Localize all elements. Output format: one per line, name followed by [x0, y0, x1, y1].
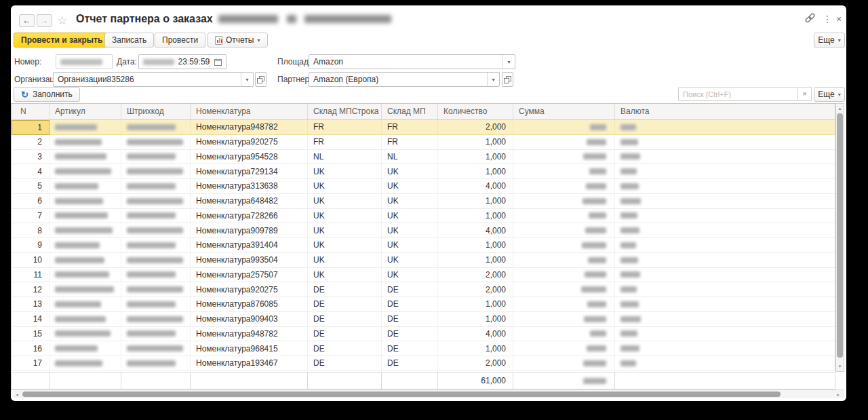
table-row[interactable]: 17Номенклатура193467DEDE2,000 [12, 356, 835, 371]
cell-barcode[interactable] [121, 194, 191, 209]
cell-nomenclature[interactable]: Номенклатура954528 [191, 150, 308, 165]
post-button[interactable]: Провести [155, 33, 205, 47]
cell-n[interactable]: 17 [12, 356, 50, 371]
cell-quantity[interactable]: 1,000 [438, 312, 513, 327]
cell-sum[interactable] [513, 164, 615, 179]
scroll-down-icon[interactable]: ▾ [836, 364, 844, 369]
cell-nomenclature[interactable]: Номенклатура257507 [191, 268, 308, 283]
cell-article[interactable] [50, 209, 121, 224]
cell-warehouse[interactable]: UK [382, 253, 438, 268]
cell-warehouse-row[interactable]: UK [308, 209, 382, 224]
search-clear-icon[interactable]: × [798, 87, 812, 101]
cell-n[interactable]: 16 [12, 341, 50, 356]
fill-button[interactable]: ↻ Заполнить [14, 87, 80, 102]
column-header-currency[interactable]: Валюта [615, 104, 835, 119]
calendar-icon[interactable] [210, 55, 226, 69]
cell-article[interactable] [50, 164, 121, 179]
cell-barcode[interactable] [121, 341, 191, 356]
cell-quantity[interactable]: 2,000 [438, 120, 513, 135]
cell-warehouse[interactable]: DE [382, 312, 438, 327]
reports-button[interactable]: Отчеты ▾ [208, 33, 268, 47]
cell-warehouse-row[interactable]: UK [308, 253, 382, 268]
cell-article[interactable] [50, 253, 121, 268]
cell-quantity[interactable]: 4,000 [438, 179, 513, 194]
cell-warehouse-row[interactable]: UK [308, 179, 382, 194]
column-header-sum[interactable]: Сумма [513, 104, 615, 119]
cell-nomenclature[interactable]: Номенклатура729134 [191, 164, 308, 179]
scroll-up-icon[interactable]: ▴ [836, 106, 844, 111]
cell-nomenclature[interactable]: Номенклатура728266 [191, 209, 308, 224]
cell-currency[interactable] [615, 135, 835, 150]
cell-barcode[interactable] [121, 253, 191, 268]
cell-currency[interactable] [615, 238, 835, 253]
cell-currency[interactable] [615, 268, 835, 283]
organization-open-icon[interactable] [255, 72, 267, 87]
cell-sum[interactable] [513, 312, 615, 327]
cell-n[interactable]: 15 [12, 327, 50, 342]
cell-nomenclature[interactable]: Номенклатура993504 [191, 253, 308, 268]
table-row[interactable]: 4Номенклатура729134UKUK1,000 [12, 164, 835, 179]
cell-article[interactable] [50, 194, 121, 209]
cell-article[interactable] [50, 135, 121, 150]
cell-article[interactable] [50, 282, 121, 297]
cell-currency[interactable] [615, 164, 835, 179]
cell-article[interactable] [50, 120, 121, 135]
cell-article[interactable] [50, 341, 121, 356]
cell-warehouse-row[interactable]: DE [308, 327, 382, 342]
cell-warehouse[interactable]: UK [382, 268, 438, 283]
cell-barcode[interactable] [121, 120, 191, 135]
cell-n[interactable]: 2 [12, 135, 50, 150]
cell-currency[interactable] [615, 297, 835, 312]
cell-barcode[interactable] [121, 164, 191, 179]
cell-warehouse[interactable]: DE [382, 341, 438, 356]
cell-currency[interactable] [615, 179, 835, 194]
cell-article[interactable] [50, 356, 121, 371]
cell-warehouse-row[interactable]: DE [308, 356, 382, 371]
cell-quantity[interactable]: 2,000 [438, 356, 513, 371]
table-row[interactable]: 8Номенклатура909789UKUK4,000 [12, 223, 835, 238]
cell-barcode[interactable] [121, 282, 191, 297]
cell-quantity[interactable]: 1,000 [438, 253, 513, 268]
table-row[interactable]: 5Номенклатура313638UKUK4,000 [12, 179, 835, 194]
table-row[interactable]: 10Номенклатура993504UKUK1,000 [12, 253, 835, 268]
number-field[interactable] [56, 54, 113, 69]
cell-warehouse-row[interactable]: FR [308, 135, 382, 150]
cell-nomenclature[interactable]: Номенклатура968415 [191, 341, 308, 356]
cell-article[interactable] [50, 150, 121, 165]
cell-n[interactable]: 4 [12, 164, 50, 179]
window-menu-dots-icon[interactable]: ⋮ [823, 14, 832, 24]
cell-n[interactable]: 5 [12, 179, 50, 194]
table-row[interactable]: 12Номенклатура920275DEDE2,000 [12, 282, 835, 297]
table-row[interactable]: 7Номенклатура728266UKUK1,000 [12, 209, 835, 224]
scroll-left-icon[interactable]: ◂ [14, 392, 20, 398]
column-header-warehouse[interactable]: Склад МП [382, 104, 438, 119]
cell-sum[interactable] [513, 297, 615, 312]
cell-n[interactable]: 9 [12, 238, 50, 253]
cell-warehouse[interactable]: UK [382, 179, 438, 194]
search-input[interactable] [678, 87, 798, 101]
cell-warehouse[interactable]: DE [382, 327, 438, 342]
cell-warehouse-row[interactable]: UK [308, 238, 382, 253]
cell-currency[interactable] [615, 209, 835, 224]
cell-sum[interactable] [513, 150, 615, 165]
chevron-down-icon[interactable]: ▾ [487, 73, 499, 86]
cell-n[interactable]: 8 [12, 223, 50, 238]
column-header-n[interactable]: N [12, 104, 50, 119]
cell-currency[interactable] [615, 282, 835, 297]
platform-combo[interactable]: Amazon ▾ [309, 54, 515, 69]
cell-warehouse-row[interactable]: UK [308, 194, 382, 209]
cell-quantity[interactable]: 2,000 [438, 282, 513, 297]
cell-nomenclature[interactable]: Номенклатура948782 [191, 327, 308, 342]
cell-barcode[interactable] [121, 223, 191, 238]
cell-warehouse-row[interactable]: DE [308, 341, 382, 356]
cell-sum[interactable] [513, 327, 615, 342]
cell-currency[interactable] [615, 120, 835, 135]
cell-nomenclature[interactable]: Номенклатура920275 [191, 282, 308, 297]
more-button-table[interactable]: Еще ▾ [814, 87, 845, 102]
date-field[interactable]: 23:59:59 [138, 54, 226, 69]
cell-nomenclature[interactable]: Номенклатура193467 [191, 356, 308, 371]
cell-barcode[interactable] [121, 297, 191, 312]
cell-currency[interactable] [615, 327, 835, 342]
table-row[interactable]: 15Номенклатура948782DEDE4,000 [12, 327, 835, 342]
cell-nomenclature[interactable]: Номенклатура876085 [191, 297, 308, 312]
